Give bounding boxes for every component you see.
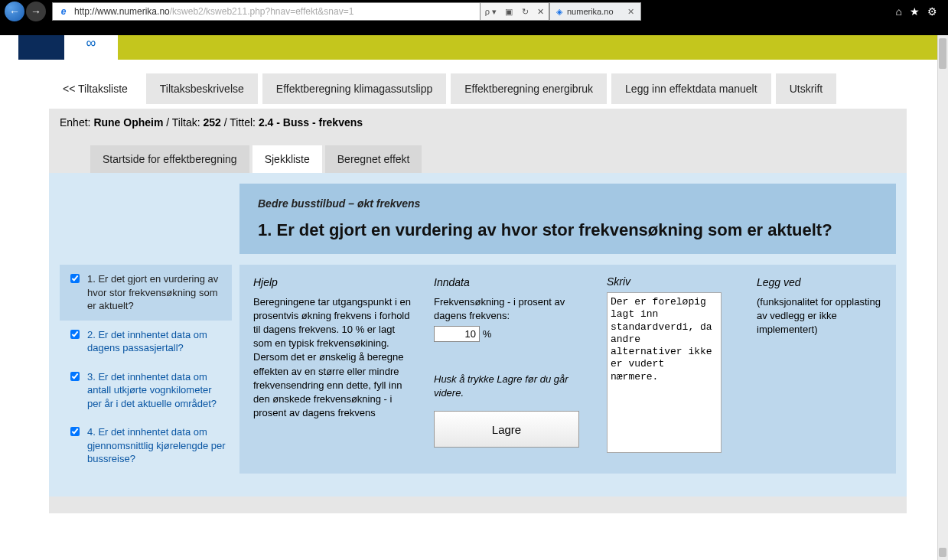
checklist-text-2[interactable]: 2. Er det innhentet data om dagens passa… [87, 328, 226, 355]
checklist-text-1: 1. Er det gjort en vurdering av hvor sto… [87, 272, 226, 313]
home-icon[interactable]: ⌂ [896, 5, 902, 18]
browser-tab[interactable]: ◈ numerika.no ✕ [549, 2, 641, 21]
logo-box [18, 35, 64, 60]
subtab-startside[interactable]: Startside for effektberegning [90, 145, 249, 173]
save-button[interactable]: Lagre [434, 411, 579, 448]
site-header: ∞ [18, 35, 937, 60]
search-icon[interactable]: ρ ▾ [485, 7, 497, 17]
logo-icon: ∞ [64, 35, 118, 60]
question-subtitle: Bedre busstilbud – økt frekvens [258, 197, 878, 210]
stop-icon[interactable]: ✕ [537, 7, 544, 17]
help-column: Hjelp Beregningene tar utgangspunkt i en… [253, 275, 414, 463]
main-tab-bar: << Tiltaksliste Tiltaksbeskrivelse Effek… [18, 60, 937, 104]
browser-chrome: ← → e http://www.numerika.no/ksweb2/kswe… [0, 0, 948, 35]
inndata-label: Frekvensøkning - i prosent av dagens fre… [434, 295, 587, 323]
skriv-textarea[interactable] [607, 292, 722, 453]
subtab-sjekkliste[interactable]: Sjekkliste [252, 145, 322, 173]
settings-icon[interactable]: ⚙ [927, 5, 937, 18]
tab-title: numerika.no [567, 7, 614, 16]
favicon-icon: ◈ [556, 7, 562, 17]
checklist-text-4[interactable]: 4. Er det innhentet data om gjennomsnitt… [87, 425, 226, 466]
inndata-column: Inndata Frekvensøkning - i prosent av da… [434, 275, 587, 463]
url-host: http://www.numerika.no [74, 6, 170, 17]
address-bar[interactable]: e http://www.numerika.no/ksweb2/ksweb211… [52, 2, 481, 21]
back-to-list-link[interactable]: << Tiltaksliste [49, 73, 142, 104]
refresh-icon[interactable]: ↻ [522, 7, 529, 17]
ie-icon: e [56, 4, 71, 19]
nav-back-button[interactable]: ← [5, 2, 24, 21]
favorites-icon[interactable]: ★ [910, 5, 920, 18]
skriv-column: Skriv [607, 275, 737, 463]
checklist-checkbox-4[interactable] [70, 427, 80, 436]
tab-utskrift[interactable]: Utskrift [776, 73, 837, 104]
question-header: Bedre busstilbud – økt frekvens 1. Er de… [239, 184, 896, 254]
compat-icon[interactable]: ▣ [505, 7, 513, 17]
save-hint: Husk å trykke Lagre før du går videre. [434, 373, 587, 400]
frequency-input[interactable] [434, 326, 480, 342]
checklist-item-4[interactable]: 4. Er det innhentet data om gjennomsnitt… [60, 418, 232, 474]
nav-forward-button[interactable]: → [26, 2, 46, 21]
tab-tiltaksbeskrivelse[interactable]: Tiltaksbeskrivelse [146, 73, 258, 104]
tab-close-icon[interactable]: ✕ [627, 7, 634, 17]
sub-tab-bar: Startside for effektberegning Sjekkliste… [80, 136, 876, 173]
value-tiltak: 252 [204, 116, 221, 129]
checklist-item-1[interactable]: 1. Er det gjort en vurdering av hvor sto… [60, 265, 232, 321]
attach-column: Legg ved (funksjonalitet for opplasting … [757, 275, 882, 463]
label-enhet: Enhet: [60, 116, 93, 129]
inndata-heading: Inndata [434, 275, 587, 291]
label-tiltak: / Tiltak: [163, 116, 203, 129]
attach-heading: Legg ved [757, 275, 882, 291]
help-text: Beregningene tar utgangspunkt i en prose… [253, 295, 414, 421]
vertical-scrollbar[interactable] [937, 35, 948, 560]
detail-panel: Hjelp Beregningene tar utgangspunkt i en… [239, 265, 896, 474]
checklist-checkbox-1[interactable] [70, 274, 80, 283]
value-tittel: 2.4 - Buss - frekvens [259, 116, 363, 129]
attach-text: (funksjonalitet for opplasting av vedleg… [757, 295, 882, 337]
header-accent [118, 35, 937, 60]
tab-effekt-energi[interactable]: Effektberegning energibruk [451, 73, 607, 104]
checklist-item-2[interactable]: 2. Er det innhentet data om dagens passa… [60, 321, 232, 363]
question-title: 1. Er det gjort en vurdering av hvor sto… [258, 220, 878, 240]
address-tools: ρ ▾ ▣ ↻ ✕ [481, 2, 549, 21]
url-path: /ksweb2/ksweb211.php?hnav=effekt&snav=1 [170, 6, 354, 17]
frequency-unit: % [483, 328, 492, 340]
unit-breadcrumb: Enhet: Rune Opheim / Tiltak: 252 / Titte… [49, 109, 907, 136]
label-tittel: / Tittel: [221, 116, 259, 129]
checklist-item-3[interactable]: 3. Er det innhentet data om antall utkjø… [60, 363, 232, 418]
checklist-checkbox-3[interactable] [70, 372, 80, 381]
page-viewport: ∞ << Tiltaksliste Tiltaksbeskrivelse Eff… [0, 35, 948, 560]
tab-manuell-effektdata[interactable]: Legg inn effektdata manuelt [611, 73, 771, 104]
checklist-checkbox-2[interactable] [70, 330, 80, 339]
checklist-text-3[interactable]: 3. Er det innhentet data om antall utkjø… [87, 370, 226, 411]
content-area: Bedre busstilbud – økt frekvens 1. Er de… [49, 173, 907, 497]
subtab-beregnet-effekt[interactable]: Beregnet effekt [325, 145, 422, 173]
tab-strip: ◈ numerika.no ✕ [549, 2, 641, 21]
checklist-column: 1. Er det gjort en vurdering av hvor sto… [60, 265, 239, 474]
skriv-heading: Skriv [607, 275, 737, 288]
footer-spacer [49, 497, 907, 513]
value-enhet: Rune Opheim [93, 116, 163, 129]
help-heading: Hjelp [253, 275, 414, 291]
tab-effekt-klimagass[interactable]: Effektberegning klimagassutslipp [262, 73, 446, 104]
